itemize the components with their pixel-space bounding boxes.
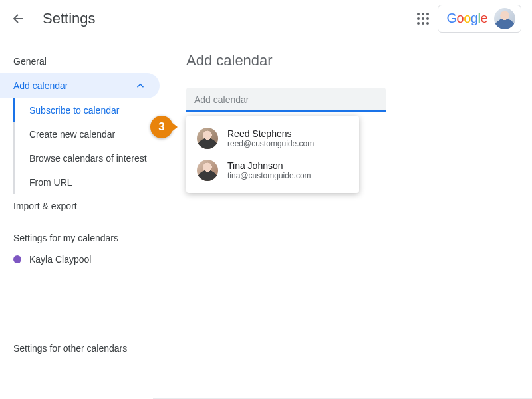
person-avatar: [197, 128, 218, 149]
user-avatar[interactable]: [494, 8, 515, 29]
suggestion-name: Tina Johnson: [227, 160, 311, 171]
main-heading: Add calendar: [186, 52, 511, 69]
calendar-color-dot: [13, 255, 21, 263]
sidebar-item-browse-calendars[interactable]: Browse calendars of interest: [15, 146, 165, 170]
sidebar-item-label: Add calendar: [13, 80, 68, 91]
step-badge-3: 3: [150, 116, 173, 138]
page-title: Settings: [43, 10, 96, 27]
google-logo: Google: [446, 11, 487, 26]
sidebar-sublist: Subscribe to calendar Create new calenda…: [13, 98, 165, 194]
sidebar-calendar-item[interactable]: Kayla Claypool: [0, 249, 165, 270]
sidebar-item-general[interactable]: General: [0, 49, 165, 73]
svg-point-8: [426, 22, 429, 25]
sidebar-item-import-export[interactable]: Import & export: [0, 194, 165, 218]
svg-point-6: [417, 22, 420, 25]
svg-point-7: [422, 22, 424, 25]
svg-point-4: [422, 17, 424, 20]
back-arrow-icon[interactable]: [11, 11, 27, 27]
suggestion-email: tina@customguide.com: [227, 171, 311, 180]
person-avatar: [197, 160, 218, 181]
calendar-name: Kayla Claypool: [29, 254, 91, 265]
sidebar: General Add calendar Subscribe to calend…: [0, 37, 165, 399]
suggestion-name: Reed Stephens: [227, 128, 314, 139]
add-calendar-input[interactable]: [186, 88, 386, 112]
apps-grid-icon[interactable]: [415, 11, 431, 27]
suggestion-item[interactable]: Reed Stephens reed@customguide.com: [186, 122, 359, 154]
suggestion-email: reed@customguide.com: [227, 139, 314, 148]
chevron-up-icon: [134, 80, 146, 92]
sidebar-item-from-url[interactable]: From URL: [15, 170, 165, 194]
svg-point-2: [426, 13, 429, 15]
suggestion-item[interactable]: Tina Johnson tina@customguide.com: [186, 154, 359, 186]
suggestions-dropdown: Reed Stephens reed@customguide.com Tina …: [186, 116, 359, 193]
svg-point-1: [422, 13, 424, 15]
sidebar-section-my-calendars: Settings for my calendars: [0, 218, 165, 249]
sidebar-item-subscribe[interactable]: Subscribe to calendar: [15, 98, 165, 122]
account-switcher[interactable]: Google: [438, 5, 521, 33]
svg-point-3: [417, 17, 420, 20]
sidebar-item-create-calendar[interactable]: Create new calendar: [15, 122, 165, 146]
svg-point-5: [426, 17, 429, 20]
sidebar-section-other-calendars: Settings for other calendars: [0, 270, 165, 359]
main-panel: Add calendar Reed Stephens reed@customgu…: [165, 37, 532, 399]
svg-point-0: [417, 13, 420, 15]
sidebar-item-add-calendar[interactable]: Add calendar: [0, 73, 160, 98]
